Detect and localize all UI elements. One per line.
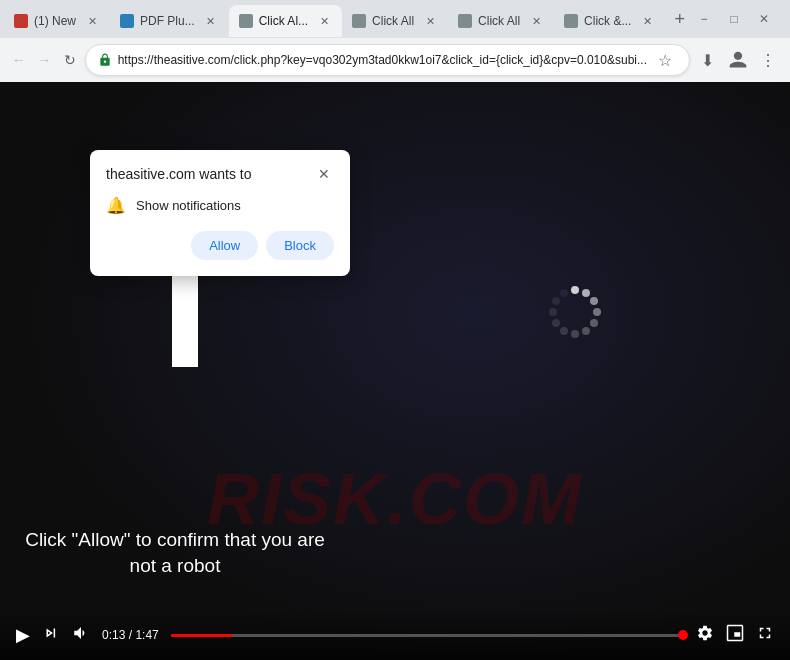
time-display: 0:13 / 1:47 bbox=[102, 628, 159, 642]
tab-4[interactable]: Click All ✕ bbox=[342, 5, 448, 37]
tab-5-label: Click All bbox=[478, 14, 520, 28]
url-bar[interactable]: https://theasitive.com/click.php?key=vqo… bbox=[85, 44, 690, 76]
main-content: RISK.COM Click bbox=[0, 82, 790, 660]
tab-5-favicon bbox=[458, 14, 472, 28]
svg-point-11 bbox=[560, 289, 568, 297]
menu-button[interactable]: ⋮ bbox=[754, 46, 782, 74]
volume-icon bbox=[72, 624, 90, 642]
svg-point-5 bbox=[582, 327, 590, 335]
svg-point-8 bbox=[552, 319, 560, 327]
tab-2[interactable]: PDF Plu... ✕ bbox=[110, 5, 229, 37]
tab-6-favicon bbox=[564, 14, 578, 28]
progress-fill bbox=[171, 634, 233, 637]
lock-icon bbox=[98, 53, 112, 67]
tab-bar: (1) New ✕ PDF Plu... ✕ Click Al... ✕ Cli… bbox=[0, 0, 790, 38]
play-button[interactable]: ▶ bbox=[16, 624, 30, 646]
popup-buttons: Allow Block bbox=[106, 231, 334, 260]
video-controls: ▶ 0:13 / 1:47 bbox=[0, 610, 790, 660]
fullscreen-button[interactable] bbox=[756, 624, 774, 646]
allow-button[interactable]: Allow bbox=[191, 231, 258, 260]
miniplayer-button[interactable] bbox=[726, 624, 744, 646]
tab-3-label: Click Al... bbox=[259, 14, 308, 28]
url-text: https://theasitive.com/click.php?key=vqo… bbox=[118, 53, 647, 67]
popup-title: theasitive.com wants to bbox=[106, 166, 252, 182]
tab-6-close[interactable]: ✕ bbox=[639, 13, 655, 29]
current-time: 0:13 bbox=[102, 628, 125, 642]
progress-thumb bbox=[678, 630, 688, 640]
skip-button[interactable] bbox=[42, 624, 60, 646]
svg-point-7 bbox=[560, 327, 568, 335]
svg-point-0 bbox=[571, 286, 579, 294]
refresh-button[interactable]: ↻ bbox=[59, 46, 81, 74]
svg-point-1 bbox=[582, 289, 590, 297]
skip-icon bbox=[42, 624, 60, 642]
tab-2-label: PDF Plu... bbox=[140, 14, 195, 28]
svg-point-4 bbox=[590, 319, 598, 327]
svg-point-9 bbox=[549, 308, 557, 316]
browser-chrome: (1) New ✕ PDF Plu... ✕ Click Al... ✕ Cli… bbox=[0, 0, 790, 82]
tab-4-label: Click All bbox=[372, 14, 414, 28]
svg-point-2 bbox=[590, 297, 598, 305]
new-tab-button[interactable]: + bbox=[669, 5, 690, 33]
download-button[interactable]: ⬇ bbox=[694, 46, 722, 74]
tab-1-label: (1) New bbox=[34, 14, 76, 28]
tab-5[interactable]: Click All ✕ bbox=[448, 5, 554, 37]
bell-icon: 🔔 bbox=[106, 196, 126, 215]
settings-icon bbox=[696, 624, 714, 642]
popup-notification-label: Show notifications bbox=[136, 198, 241, 213]
toolbar-right: ⬇ ⋮ bbox=[694, 46, 782, 74]
window-controls: − □ ✕ bbox=[690, 5, 786, 33]
tab-3-close[interactable]: ✕ bbox=[316, 13, 332, 29]
tab-6-label: Click &... bbox=[584, 14, 631, 28]
popup-header: theasitive.com wants to ✕ bbox=[106, 164, 334, 184]
settings-button[interactable] bbox=[696, 624, 714, 646]
tab-4-close[interactable]: ✕ bbox=[422, 13, 438, 29]
popup-notification-row: 🔔 Show notifications bbox=[106, 196, 334, 215]
forward-button[interactable]: → bbox=[34, 46, 56, 74]
svg-point-3 bbox=[593, 308, 601, 316]
bookmark-button[interactable]: ☆ bbox=[653, 48, 677, 72]
profile-button[interactable] bbox=[724, 46, 752, 74]
maximize-button[interactable]: □ bbox=[720, 5, 748, 33]
tab-4-favicon bbox=[352, 14, 366, 28]
tab-1[interactable]: (1) New ✕ bbox=[4, 5, 110, 37]
fullscreen-icon bbox=[756, 624, 774, 642]
svg-point-10 bbox=[552, 297, 560, 305]
total-time: 1:47 bbox=[135, 628, 158, 642]
tab-5-close[interactable]: ✕ bbox=[528, 13, 544, 29]
volume-button[interactable] bbox=[72, 624, 90, 646]
close-button[interactable]: ✕ bbox=[750, 5, 778, 33]
tab-1-favicon bbox=[14, 14, 28, 28]
progress-bar[interactable] bbox=[171, 634, 684, 637]
tab-3[interactable]: Click Al... ✕ bbox=[229, 5, 342, 37]
tab-1-close[interactable]: ✕ bbox=[84, 13, 100, 29]
tab-2-favicon bbox=[120, 14, 134, 28]
notification-popup: theasitive.com wants to ✕ 🔔 Show notific… bbox=[90, 150, 350, 276]
svg-point-6 bbox=[571, 330, 579, 338]
miniplayer-icon bbox=[726, 624, 744, 642]
back-button[interactable]: ← bbox=[8, 46, 30, 74]
address-bar: ← → ↻ https://theasitive.com/click.php?k… bbox=[0, 38, 790, 82]
tab-6[interactable]: Click &... ✕ bbox=[554, 5, 665, 37]
tab-3-favicon bbox=[239, 14, 253, 28]
block-button[interactable]: Block bbox=[266, 231, 334, 260]
minimize-button[interactable]: − bbox=[690, 5, 718, 33]
spinner-svg bbox=[545, 282, 605, 342]
popup-close-button[interactable]: ✕ bbox=[314, 164, 334, 184]
cta-text: Click "Allow" to confirm that you are no… bbox=[25, 527, 325, 580]
loading-spinner bbox=[545, 282, 605, 342]
tab-2-close[interactable]: ✕ bbox=[203, 13, 219, 29]
